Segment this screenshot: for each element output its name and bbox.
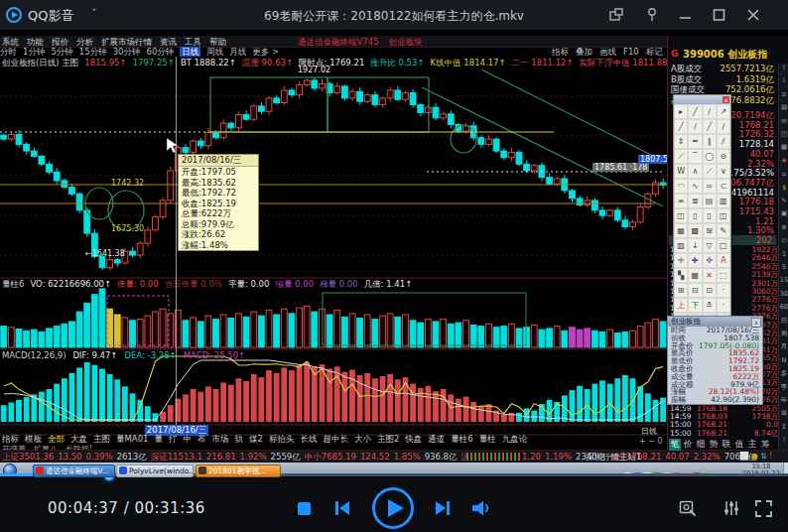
strip-shortcut[interactable]: ⌂	[779, 170, 788, 178]
strip-shortcut[interactable]: 多	[779, 369, 788, 378]
strip-shortcut[interactable]: ⇧	[779, 64, 788, 71]
drawing-tool-icon[interactable]: ⌒	[688, 149, 702, 164]
strip-shortcut[interactable]: 季	[779, 383, 788, 392]
strip-shortcut[interactable]: 5	[779, 263, 788, 271]
volume-button[interactable]	[470, 499, 492, 517]
drawing-tool-icon[interactable]: ≈	[703, 179, 717, 194]
period-tab[interactable]: 日线	[180, 47, 200, 57]
drawing-tool-icon[interactable]: 下	[688, 298, 702, 313]
period-tab[interactable]: 周线	[206, 47, 223, 57]
strip-shortcut[interactable]: 年	[779, 396, 788, 405]
drawing-tool-icon[interactable]: ▥	[717, 194, 730, 208]
minimize-icon[interactable]	[677, 6, 695, 24]
drawing-tool-icon[interactable]: ✚	[688, 253, 702, 268]
indicator-tab[interactable]: 模板	[25, 434, 42, 444]
strip-shortcut[interactable]: 月	[779, 342, 788, 351]
kline-data-window[interactable]: 创业板指 x 时间2017/08/16/三前收1807.538开盘价1797.0…	[667, 316, 763, 405]
drawing-tool-icon[interactable]: ∨	[717, 164, 730, 179]
drawing-tool-icon[interactable]: W	[674, 164, 688, 179]
drawing-tool-icon[interactable]: ∥	[703, 134, 717, 149]
drawing-toolbar-window[interactable]: x ▸╱∕↗╱∕╱∕⇕═∥⫽⟋⌒◯⊖W∧⟋∨◠∿≈⊂≡≣▤▥◫▯▯◫▦▩⊞✎▨↓…	[673, 94, 731, 329]
drawing-tool-icon[interactable]: ⬚	[717, 268, 730, 283]
drawing-tool-icon[interactable]: ⫽	[717, 134, 730, 149]
mini-mode-icon[interactable]	[607, 6, 625, 24]
menu-item[interactable]: 扩展市场行情	[101, 37, 152, 47]
drawing-tool-icon[interactable]: ▩	[688, 223, 702, 238]
drawing-tool-icon[interactable]: ⊖	[717, 149, 730, 164]
strip-shortcut[interactable]: N	[779, 356, 788, 364]
drawing-tool-icon[interactable]: ∕	[688, 119, 702, 134]
drawing-tool-icon[interactable]: ↗	[717, 104, 730, 119]
drawing-tool-icon[interactable]: ▚	[674, 268, 688, 283]
strip-shortcut[interactable]: 30	[779, 290, 788, 298]
indicator-tab[interactable]: 主图2	[377, 434, 399, 444]
drawing-tool-icon[interactable]: ✎	[717, 223, 730, 238]
period-tab[interactable]: 60分钟	[147, 47, 175, 57]
drawing-tool-icon[interactable]: ◫	[674, 208, 688, 223]
drawing-tool-icon[interactable]: ▽	[703, 238, 717, 253]
maximize-icon[interactable]	[711, 6, 728, 24]
quote-panel-tab[interactable]: 主	[746, 439, 758, 451]
toolbar-button[interactable]: 叠加	[576, 47, 592, 57]
indicator-tab[interactable]: 标抬头	[269, 434, 295, 444]
drawing-tool-icon[interactable]: 上	[674, 298, 688, 313]
quote-panel-tab[interactable]: 筹	[759, 439, 771, 451]
period-tab[interactable]: 15分钟	[79, 47, 107, 57]
quote-panel-tab[interactable]: 势	[708, 439, 720, 451]
drawing-tool-icon[interactable]: ⟋	[703, 164, 717, 179]
drawing-tool-icon[interactable]: ▯	[703, 208, 717, 223]
drawing-tool-icon[interactable]: ·	[717, 298, 730, 313]
drawing-toolbar-titlebar[interactable]: x	[674, 95, 730, 104]
drawing-tool-icon[interactable]: ◫	[717, 208, 730, 223]
taskbar-button[interactable]: 通达信金融终端V...	[33, 465, 115, 477]
stop-button[interactable]	[297, 501, 312, 516]
drawing-tool-icon[interactable]: ╱	[688, 104, 702, 119]
indicator-tab[interactable]: 量柱	[479, 434, 496, 444]
quote-panel-tab[interactable]: 笔	[669, 439, 681, 451]
indicator-tab[interactable]: 大盘	[70, 434, 87, 444]
drawing-tool-icon[interactable]: ⟋	[674, 149, 688, 164]
strip-shortcut[interactable]: 15	[779, 276, 788, 284]
quote-panel-tab[interactable]: 值	[733, 439, 745, 451]
drawing-tool-icon[interactable]: ∧	[688, 164, 702, 179]
drawing-tool-icon[interactable]: ≛	[703, 298, 717, 313]
zoom-controls[interactable]: + − 0	[639, 437, 663, 446]
indicator-tab[interactable]: 长线	[300, 434, 317, 444]
period-tab[interactable]: 1分钟	[23, 47, 45, 57]
period-tab[interactable]: 分时	[0, 47, 17, 57]
drawing-tool-icon[interactable]: ╱	[703, 119, 717, 134]
drawing-tool-icon[interactable]: ↓	[688, 238, 702, 253]
menu-item[interactable]: 功能	[27, 37, 44, 47]
indicator-tab[interactable]: 量	[154, 434, 163, 444]
strip-shortcut[interactable]: ⊕	[779, 223, 788, 231]
status-icons[interactable]: ⬜●⇅!	[739, 452, 774, 461]
indicator-tab[interactable]: 煤2	[249, 434, 263, 444]
strip-shortcut[interactable]: ◫	[779, 130, 788, 138]
drawing-tool-icon[interactable]: ⊡	[703, 283, 717, 298]
drawing-tool-icon[interactable]: ∕	[703, 104, 717, 119]
drawing-tool-icon[interactable]: ⊂	[717, 179, 730, 194]
indicator-tab[interactable]: 九盘论	[502, 434, 528, 444]
drawing-tool-icon[interactable]: ▯	[688, 208, 702, 223]
settings-sliders-icon[interactable]	[722, 499, 740, 517]
drawing-tool-icon[interactable]: ✕	[703, 268, 717, 283]
strip-shortcut[interactable]: ✎	[779, 197, 788, 204]
strip-shortcut[interactable]: 60	[779, 303, 788, 311]
drawing-tool-icon[interactable]: ·	[717, 283, 730, 298]
indicator-tab[interactable]: 全部	[48, 434, 65, 444]
indicator-tab[interactable]: 主图	[93, 434, 110, 444]
fullscreen-icon[interactable]	[754, 499, 773, 518]
drawing-tool-icon[interactable]: ◠	[674, 179, 688, 194]
toolbar-button[interactable]: 指标	[552, 47, 569, 57]
indicator-tab[interactable]: 量MA01	[116, 434, 148, 444]
strip-shortcut[interactable]: 1	[779, 250, 788, 258]
play-button[interactable]	[371, 486, 415, 530]
indicator-tab[interactable]: 量柱6	[451, 434, 472, 444]
close-icon[interactable]: x	[722, 96, 729, 103]
strip-shortcut[interactable]: Σ	[779, 423, 788, 431]
strip-shortcut[interactable]: ✚	[779, 157, 788, 165]
snapshot-tool-icon[interactable]	[679, 500, 697, 517]
drawing-tool-icon[interactable]: ∕	[717, 119, 730, 134]
strip-shortcut[interactable]: ▣	[779, 209, 788, 217]
strip-shortcut[interactable]: ▦	[779, 143, 788, 151]
